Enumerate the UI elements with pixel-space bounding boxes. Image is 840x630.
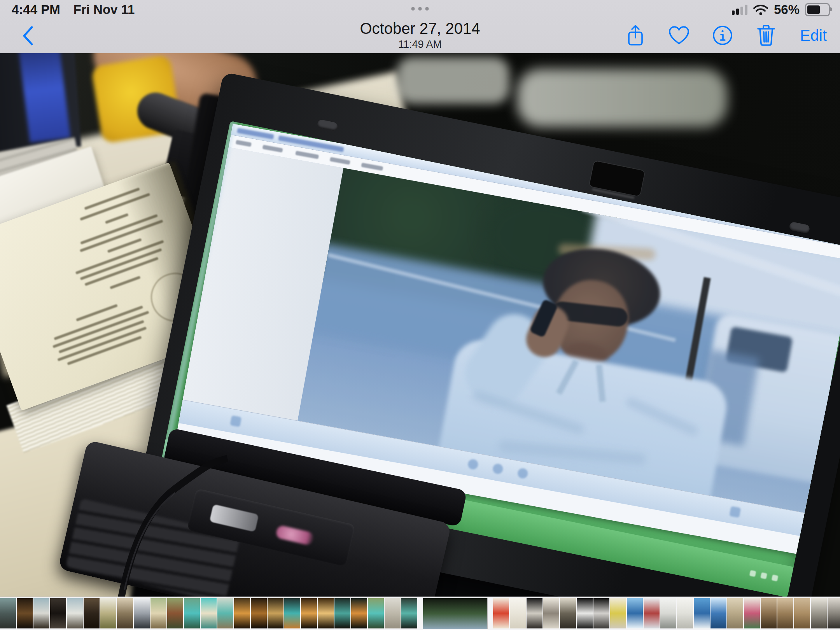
second-laptop-screen	[0, 53, 81, 153]
filmstrip-thumb-night-table[interactable]	[401, 598, 417, 628]
filmstrip-thumb-turquoise-lunch[interactable]	[368, 598, 384, 628]
filmstrip-thumb-marina-umbrellas[interactable]	[694, 598, 710, 628]
top-chrome: 4:44 PM Fri Nov 11 56%	[0, 0, 840, 53]
favorite-heart-button[interactable]	[667, 23, 691, 48]
filmstrip-thumb-laptop-desk-current[interactable]	[423, 598, 487, 629]
power-slider	[209, 504, 259, 532]
filmstrip-thumb-sea-turtle[interactable]	[100, 598, 116, 628]
battery-percent: 56%	[774, 2, 800, 17]
filmstrip-thumb-yard-stalls[interactable]	[150, 598, 166, 628]
filmstrip-thumb-lion-portrait-bw[interactable]	[527, 598, 542, 628]
filmstrip-thumb-bedroom-blue[interactable]	[67, 598, 83, 628]
filmstrip-thumb-bed-posts[interactable]	[50, 598, 66, 628]
battery-icon	[805, 3, 830, 16]
filmstrip-thumb-bedroom-mirror[interactable]	[0, 598, 16, 628]
filmstrip-thumb-four-poster-bed[interactable]	[33, 598, 49, 628]
edit-button[interactable]: Edit	[798, 27, 829, 44]
filmstrip-thumb-hall-pictures[interactable]	[84, 598, 100, 628]
filmstrip-thumb-hitchcock-clapper-bw[interactable]	[577, 598, 593, 628]
filmstrip-thumb-patio-setting[interactable]	[217, 598, 233, 628]
blue-tint-overlay	[298, 168, 840, 513]
bezel-latch-right	[789, 221, 810, 234]
filmstrip-thumb-dog-couple-bw[interactable]	[593, 598, 609, 628]
system-tray	[749, 570, 779, 581]
filmstrip-thumb-night-lights[interactable]	[301, 598, 317, 628]
filmstrip-thumb-lantern-garden[interactable]	[334, 598, 350, 628]
filmstrip	[0, 597, 840, 630]
second-laptop-glow	[19, 53, 70, 143]
status-bar: 4:44 PM Fri Nov 11 56%	[0, 0, 840, 17]
filmstrip-thumb-bedroom-lamp[interactable]	[17, 598, 33, 628]
filmstrip-thumb-sepia-blur-three[interactable]	[794, 598, 810, 628]
filmstrip-thumb-sepia-blur-two[interactable]	[777, 598, 793, 628]
filmstrip-thumb-night-bar-lanterns[interactable]	[284, 598, 300, 628]
delete-trash-button[interactable]	[754, 23, 778, 48]
filmstrip-thumb-garden-table[interactable]	[184, 598, 200, 628]
filmstrip-thumb-night-garden[interactable]	[251, 598, 267, 628]
filmstrip-thumb-striped-umbrellas[interactable]	[627, 598, 643, 628]
nav-bar: October 27, 2014 11:49 AM	[0, 17, 840, 53]
background-printer	[517, 69, 727, 127]
status-time: 4:44 PM	[12, 2, 60, 17]
filmstrip-thumbnails	[0, 598, 840, 629]
filmstrip-thumb-van-equipment[interactable]	[134, 598, 150, 628]
filmstrip-thumb-lit-tree[interactable]	[234, 598, 250, 628]
photos-app: 4:44 PM Fri Nov 11 56%	[0, 0, 840, 630]
filmstrip-thumb-sun-pier[interactable]	[710, 598, 726, 628]
filmstrip-thumb-parlor-bw[interactable]	[828, 598, 840, 628]
pink-status-led	[275, 525, 314, 546]
filmstrip-thumb-turquoise-cloth[interactable]	[201, 598, 217, 628]
filmstrip-thumb-woman-gold-frame[interactable]	[117, 598, 133, 628]
multitasking-dots-icon	[411, 7, 429, 10]
filmstrip-thumb-figures-bw[interactable]	[560, 598, 576, 628]
filmstrip-thumb-flower-vase[interactable]	[744, 598, 760, 628]
filmstrip-thumb-tent-interior[interactable]	[677, 598, 693, 628]
info-button[interactable]	[710, 23, 735, 48]
wifi-icon	[753, 4, 768, 16]
filmstrip-thumb-candle-table[interactable]	[318, 598, 334, 628]
filmstrip-thumb-porch-table[interactable]	[167, 598, 183, 628]
filmstrip-thumb-stone-figure[interactable]	[727, 598, 743, 628]
bezel-latch-left	[317, 119, 338, 131]
share-button[interactable]	[623, 23, 648, 48]
photo-view[interactable]	[0, 53, 840, 597]
filmstrip-thumb-ink-smudge-bw[interactable]	[543, 598, 559, 628]
filmstrip-thumb-night-path[interactable]	[268, 598, 284, 628]
filmstrip-thumb-wake-sign[interactable]	[493, 598, 509, 628]
desk-clutter-papers	[397, 57, 509, 104]
viewed-photo-man-on-phone	[298, 168, 840, 513]
filmstrip-thumb-sepia-blur-one[interactable]	[761, 598, 777, 628]
filmstrip-thumb-tent-tables[interactable]	[660, 598, 676, 628]
filmstrip-thumb-night-pool[interactable]	[351, 598, 367, 628]
filmstrip-thumb-flag-tent[interactable]	[644, 598, 660, 628]
filmstrip-thumb-play-room-cartoon[interactable]	[510, 598, 526, 628]
filmstrip-thumb-pencil-sketch[interactable]	[385, 598, 401, 628]
filmstrip-thumb-glass-lamp[interactable]	[610, 598, 626, 628]
cellular-signal-icon	[732, 3, 747, 16]
filmstrip-thumb-branch-bw[interactable]	[811, 598, 827, 628]
status-date: Fri Nov 11	[74, 2, 135, 17]
